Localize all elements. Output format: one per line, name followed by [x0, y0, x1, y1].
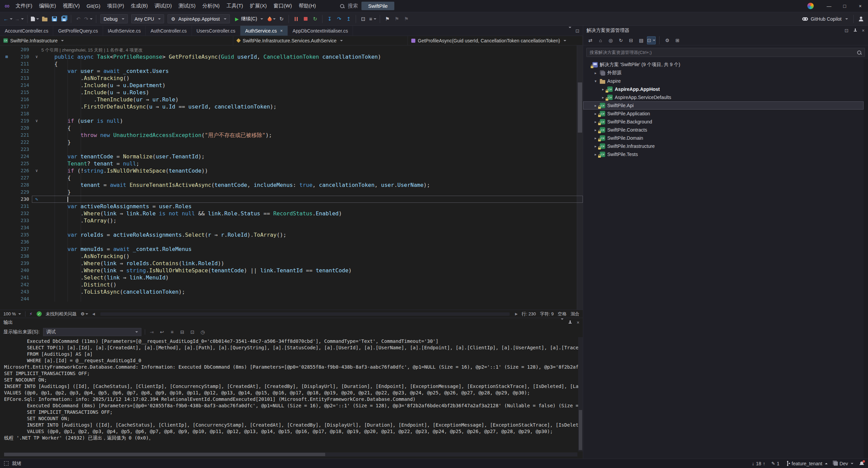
tree-vertical-scrollbar[interactable]: [864, 59, 868, 459]
code-text[interactable]: .Where(link ⇒ roleIds.Contains(link.Role…: [41, 260, 583, 267]
search-icon[interactable]: [340, 4, 344, 8]
break-all-icon[interactable]: [292, 14, 300, 24]
tree-item[interactable]: ▸SwiftPile.Tests: [583, 150, 864, 158]
show-all-files-icon[interactable]: ▤: [637, 36, 646, 44]
next-bookmark-icon[interactable]: ⚑: [402, 14, 411, 24]
document-tab[interactable]: AppDbContextInitialiser.cs: [288, 26, 353, 36]
home-icon[interactable]: ⌂: [596, 36, 605, 44]
notifications-button[interactable]: [860, 461, 864, 466]
breakpoint-margin[interactable]: [0, 60, 14, 67]
line-number[interactable]: 209: [14, 46, 32, 53]
code-text[interactable]: .AsNoTracking(): [41, 75, 583, 82]
toggle-autoscroll-icon[interactable]: ⊡: [189, 329, 196, 335]
code-text[interactable]: .ToListAsync(cancellationToken);: [41, 288, 583, 295]
avatar[interactable]: [807, 3, 814, 9]
breakpoint-margin[interactable]: [0, 124, 14, 132]
line-number[interactable]: 220: [14, 124, 32, 132]
breakpoint-margin[interactable]: [0, 132, 14, 139]
tree-item[interactable]: ▸SwiftPile.Api: [583, 101, 864, 110]
line-number[interactable]: 225: [14, 160, 32, 167]
fold-marker-icon[interactable]: ∨: [32, 167, 41, 174]
document-outline-icon[interactable]: ⊡: [359, 14, 368, 24]
breakpoint-margin[interactable]: [0, 160, 14, 167]
switch-views-icon[interactable]: ⇄: [586, 36, 595, 44]
expand-collapse-icon[interactable]: ▸: [593, 152, 598, 157]
new-file-icon[interactable]: [30, 14, 40, 24]
line-indicator[interactable]: 行: 230: [522, 311, 536, 317]
breakpoint-margin[interactable]: [0, 295, 14, 303]
menu-item[interactable]: 窗口(W): [270, 0, 295, 12]
solution-explorer-search-input[interactable]: 搜索解决方案资源管理器(Ctrl+;): [586, 48, 865, 57]
breadcrumb-type-dropdown[interactable]: SwiftPile.Infrastructure.Services.AuthSe…: [233, 36, 408, 45]
sync-with-active-document-icon[interactable]: ◎: [606, 36, 615, 44]
tree-item[interactable]: ▸AspireApp.AppHost: [583, 85, 864, 93]
float-panel-icon[interactable]: ⊡: [845, 28, 849, 33]
code-text[interactable]: .ToArray();: [41, 217, 583, 224]
expand-collapse-icon[interactable]: ▸: [593, 120, 598, 124]
output-source-dropdown[interactable]: 调试: [43, 328, 141, 336]
breakpoint-margin[interactable]: [0, 103, 14, 110]
code-text[interactable]: [41, 224, 583, 231]
minimize-button[interactable]: —: [821, 0, 837, 12]
clear-all-icon[interactable]: ⊟: [179, 329, 186, 335]
code-text[interactable]: .ThenInclude(ur ⇒ ur.Role): [41, 96, 583, 103]
spaces-indicator[interactable]: 空格: [558, 311, 567, 317]
menu-item[interactable]: 生成(B): [127, 0, 151, 12]
expand-collapse-icon[interactable]: ▸: [601, 87, 605, 92]
breakpoint-margin[interactable]: [0, 246, 14, 253]
line-number[interactable]: 244: [14, 295, 32, 303]
code-text[interactable]: if (user is null): [41, 117, 583, 124]
menu-item[interactable]: 调试(D): [151, 0, 175, 12]
search-input[interactable]: 搜索: [348, 3, 358, 9]
line-number[interactable]: 232: [14, 210, 32, 217]
line-number[interactable]: 215: [14, 89, 32, 96]
line-number[interactable]: 240: [14, 267, 32, 274]
document-tab[interactable]: AuthController.cs: [146, 26, 192, 36]
step-over-icon[interactable]: ↷: [335, 14, 343, 24]
timestamp-icon[interactable]: ◷: [199, 329, 206, 335]
breakpoint-margin[interactable]: [0, 267, 14, 274]
line-number[interactable]: 221: [14, 132, 32, 139]
code-health-icon[interactable]: ⚡: [29, 311, 33, 316]
maximize-button[interactable]: □: [837, 0, 852, 12]
line-number[interactable]: 224: [14, 153, 32, 160]
scrollbar-thumb[interactable]: [4, 453, 325, 456]
tree-item[interactable]: ▸外部源: [583, 69, 864, 77]
code-text[interactable]: {: [41, 174, 583, 181]
close-panel-icon[interactable]: ×: [862, 28, 865, 33]
save-icon[interactable]: [50, 14, 59, 24]
line-number[interactable]: 242: [14, 281, 32, 288]
menu-item[interactable]: 分析(N): [199, 0, 223, 12]
tree-item[interactable]: ▸AspireApp.ServiceDefaults: [583, 93, 864, 101]
breakpoint-margin[interactable]: [0, 224, 14, 231]
code-text[interactable]: var tenantCode = Normalize(user.TenantId…: [41, 153, 583, 160]
breadcrumb-project-dropdown[interactable]: SwiftPile.Infrastructure: [0, 36, 233, 45]
code-text[interactable]: .FirstOrDefaultAsync(u ⇒ u.Id == userId,…: [41, 103, 583, 110]
breakpoint-margin[interactable]: [0, 110, 14, 117]
toggle-bookmark-icon[interactable]: ⚑: [383, 14, 392, 24]
line-number[interactable]: 243: [14, 288, 32, 295]
active-files-dropdown-icon[interactable]: [568, 28, 571, 34]
breakpoint-margin[interactable]: [0, 189, 14, 196]
tree-item[interactable]: ▸SwiftPile.Domain: [583, 134, 864, 142]
breakpoint-margin[interactable]: [0, 274, 14, 281]
show-output-list-icon[interactable]: ≡: [169, 329, 176, 335]
no-issues-check-icon[interactable]: ✓: [37, 311, 42, 316]
step-out-icon[interactable]: ↥: [344, 14, 353, 24]
menu-item[interactable]: 文件(F): [12, 0, 36, 12]
output-vertical-scrollbar[interactable]: [578, 337, 583, 451]
code-text[interactable]: .Distinct(): [41, 281, 583, 288]
code-editor[interactable]: 2095 个引用 | zhengshulei, 15 天前 | 1 名作者, 4…: [0, 45, 583, 310]
github-copilot-badge[interactable]: GitHub Copilot: [800, 16, 851, 22]
code-text[interactable]: .Where(link ⇒ string.IsNullOrWhiteSpace(…: [41, 267, 583, 274]
tree-item[interactable]: ▸SwiftPile.Background: [583, 118, 864, 126]
code-text[interactable]: .Include(u ⇒ u.Department): [41, 82, 583, 89]
code-text[interactable]: {: [41, 124, 583, 132]
code-text[interactable]: var roleIds = activeRoleAssignments.Sele…: [41, 231, 583, 238]
code-text[interactable]: }: [41, 139, 583, 146]
document-tab[interactable]: AuthService.cs×: [240, 26, 288, 36]
breakpoint-margin[interactable]: [0, 75, 14, 82]
close-button[interactable]: ×: [852, 0, 868, 12]
collapse-all-icon[interactable]: ⊟: [627, 36, 635, 44]
previous-bookmark-icon[interactable]: ⚑: [392, 14, 401, 24]
